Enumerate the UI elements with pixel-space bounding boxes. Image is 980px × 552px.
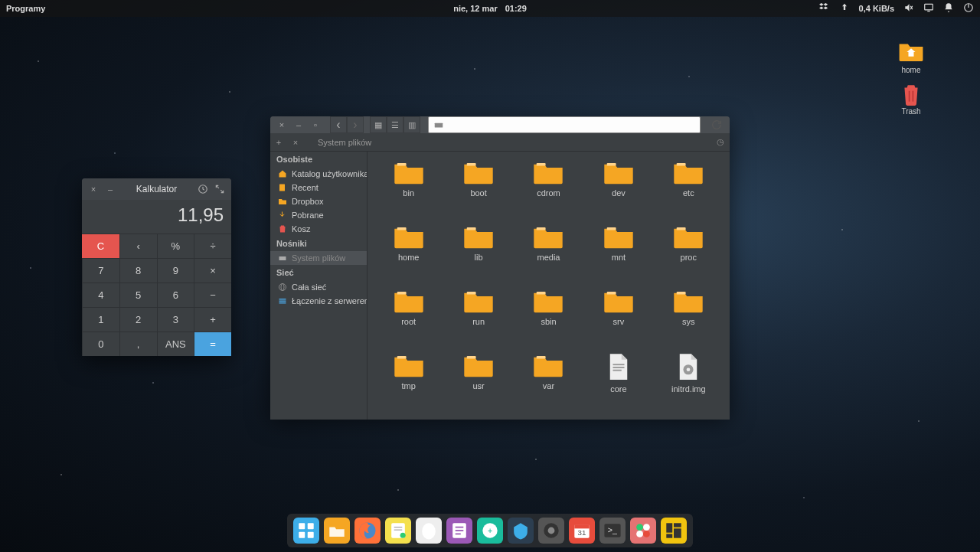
key-2[interactable]: 2 (119, 307, 157, 332)
desktop-trash[interactable]: Trash (888, 83, 934, 116)
path-bar[interactable] (428, 116, 701, 133)
sb-trash[interactable]: Kosz (270, 222, 367, 236)
sb-network[interactable]: Cała sieć (270, 280, 367, 294)
dropbox-icon[interactable] (819, 2, 830, 15)
dock-firefox[interactable] (354, 518, 381, 544)
maximize-icon[interactable]: ▫ (309, 118, 322, 132)
file-core[interactable]: core (583, 352, 653, 412)
sb-filesystem[interactable]: System plików (270, 251, 367, 265)
tab-history-icon[interactable]: ◷ (711, 137, 730, 147)
desktop-home[interactable]: home (888, 40, 934, 74)
new-tab-icon[interactable]: + (270, 138, 287, 147)
icon-view-icon[interactable]: ▦ (370, 116, 387, 133)
upload-icon[interactable] (839, 2, 850, 15)
key-pct[interactable]: % (157, 234, 194, 258)
key-back[interactable]: ‹ (119, 234, 157, 258)
file-bin[interactable]: bin (374, 159, 443, 219)
file-sys[interactable]: sys (654, 288, 724, 348)
key-ans[interactable]: ANS (157, 332, 194, 356)
file-home[interactable]: home (374, 224, 443, 283)
file-proc[interactable]: proc (654, 224, 724, 283)
file-initrd.img[interactable]: initrd.img (654, 352, 724, 412)
dock-calendar[interactable]: 31 (569, 518, 595, 544)
key-4[interactable]: 4 (82, 283, 119, 307)
column-view-icon[interactable]: ▥ (403, 116, 420, 133)
close-icon[interactable]: × (87, 182, 100, 196)
panel-time[interactable]: 01:29 (505, 4, 527, 13)
dock-files[interactable] (324, 518, 350, 544)
close-tab-icon[interactable]: × (287, 138, 304, 147)
key-7[interactable]: 7 (82, 258, 119, 283)
file-media[interactable]: media (514, 224, 583, 283)
sb-connect[interactable]: Łączenie z serwerem… (270, 294, 367, 308)
file-lib[interactable]: lib (443, 224, 513, 283)
file-label: boot (470, 188, 486, 198)
key-clear[interactable]: C (82, 234, 119, 258)
dock-multitask[interactable] (293, 518, 319, 544)
display-icon[interactable] (923, 2, 934, 15)
key-eq[interactable]: = (194, 332, 231, 356)
back-icon[interactable]: ‹ (330, 116, 347, 133)
file-usr[interactable]: usr (443, 352, 513, 412)
file-tmp[interactable]: tmp (374, 352, 443, 412)
tab-system[interactable]: System plików (304, 133, 385, 152)
file-sbin[interactable]: sbin (514, 288, 583, 348)
dock-egg[interactable] (416, 518, 442, 544)
key-mul[interactable]: × (194, 258, 231, 283)
history-icon[interactable] (196, 182, 210, 196)
forward-icon[interactable]: › (347, 116, 364, 133)
file-run[interactable]: run (443, 288, 513, 348)
minimize-icon[interactable]: – (103, 182, 117, 196)
key-add[interactable]: + (194, 307, 231, 332)
net-speed[interactable]: 0,4 KiB/s (859, 4, 894, 13)
key-6[interactable]: 6 (157, 283, 194, 307)
svg-point-39 (687, 367, 691, 371)
dock-settings[interactable] (630, 518, 656, 544)
file-label: cdrom (537, 188, 560, 198)
apps-menu[interactable]: Programy (6, 4, 45, 13)
calc-titlebar[interactable]: × – Kalkulator (82, 178, 231, 200)
file-var[interactable]: var (514, 352, 583, 412)
file-etc[interactable]: etc (654, 159, 724, 219)
dock-notes[interactable] (385, 518, 411, 544)
key-div[interactable]: ÷ (194, 234, 231, 258)
dock-obs[interactable] (538, 518, 564, 544)
dock-terminal[interactable]: >_ (599, 518, 626, 544)
power-icon[interactable] (963, 2, 974, 15)
list-view-icon[interactable]: ☰ (387, 116, 403, 133)
sb-recent[interactable]: Recent (270, 181, 367, 194)
dock-veracrypt[interactable] (508, 518, 534, 544)
expand-icon[interactable] (213, 182, 227, 196)
reload-icon[interactable] (708, 116, 725, 133)
file-cdrom[interactable]: cdrom (514, 159, 583, 219)
sb-dropbox[interactable]: Dropbox (270, 194, 367, 208)
key-0[interactable]: 0 (82, 332, 119, 356)
file-root[interactable]: root (374, 288, 443, 348)
file-mnt[interactable]: mnt (583, 224, 653, 283)
dock: +31>_ (287, 514, 693, 547)
minimize-icon[interactable]: – (292, 118, 305, 132)
dock-updater[interactable]: + (477, 518, 503, 544)
file-label: media (537, 253, 560, 262)
sb-downloads[interactable]: Pobrane (270, 208, 367, 222)
key-5[interactable]: 5 (119, 283, 157, 307)
file-boot[interactable]: boot (443, 159, 513, 219)
key-3[interactable]: 3 (157, 307, 194, 332)
key-sub[interactable]: − (194, 283, 231, 307)
notifications-icon[interactable] (943, 2, 954, 15)
panel-date[interactable]: nie, 12 mar (453, 4, 497, 13)
sb-home[interactable]: Katalog użytkownika (270, 167, 367, 181)
file-srv[interactable]: srv (583, 288, 653, 348)
dock-tiler[interactable] (661, 518, 687, 544)
svg-rect-26 (677, 227, 686, 230)
key-8[interactable]: 8 (119, 258, 157, 283)
files-grid[interactable]: binbootcdromdevetchomelibmediamntprocroo… (368, 152, 730, 420)
close-icon[interactable]: × (275, 118, 289, 132)
svg-rect-68 (674, 523, 681, 527)
key-dot[interactable]: , (119, 332, 157, 356)
key-1[interactable]: 1 (82, 307, 119, 332)
file-dev[interactable]: dev (583, 159, 653, 219)
dock-editor[interactable] (446, 518, 472, 544)
volume-icon[interactable] (903, 2, 914, 15)
key-9[interactable]: 9 (157, 258, 194, 283)
